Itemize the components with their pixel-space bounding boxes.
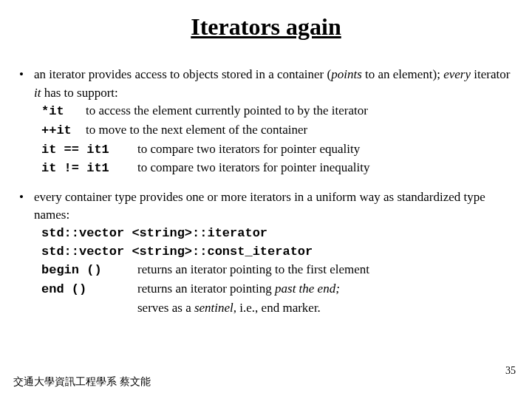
code-term: end () [41,281,137,299]
footer-text: 交通大學資訊工程學系 蔡文能 [13,375,151,389]
def-text: serves as a sentinel, i.e., end marker. [137,299,321,318]
text: points [331,67,362,81]
def-row: serves as a sentinel, i.e., end marker. [41,299,513,318]
bullet-item-1: an iterator provides access to objects s… [19,66,513,178]
text: has to support: [41,86,117,100]
def-row: it == it1 to compare two iterators for p… [41,140,513,160]
def-text: returns an iterator pointing to the firs… [137,261,369,279]
text: returns an iterator pointing [137,282,275,296]
text: past the end; [275,282,340,296]
text: an iterator provides access to objects s… [34,67,331,81]
def-text: to compare two iterators for pointer equ… [137,140,360,159]
def-row: begin () returns an iterator pointing to… [41,261,513,280]
bullet-list: an iterator provides access to objects s… [19,66,513,317]
text: iterator [471,67,510,81]
text: serves as a [137,301,194,315]
definition-rows: std::vector <string>::iterator std::vect… [41,225,513,317]
text: to an element); [362,67,443,81]
code-line: std::vector <string>::iterator [41,225,513,243]
def-row: ++it to move to the next element of the … [41,121,513,140]
def-row: it != it1 to compare two iterators for p… [41,159,513,178]
code-term: *it [41,103,86,121]
def-text: to compare two iterators for pointer ine… [137,159,369,177]
code-term: ++it [41,122,86,140]
code-term: begin () [41,262,137,280]
code-term: std::vector <string>::iterator [41,225,267,243]
definition-rows: *it to access the element currently poin… [41,102,513,178]
def-text: returns an iterator pointing past the en… [137,280,340,299]
bullet-item-2: every container type provides one or mor… [19,188,513,317]
code-term: it == it1 [41,141,137,160]
code-line: std::vector <string>::const_iterator [41,243,513,262]
code-term: it != it1 [41,160,137,178]
text: every [443,67,471,81]
def-text: to access the element currently pointed … [86,102,368,120]
page-title: Iterators again [19,13,513,41]
code-term: std::vector <string>::const_iterator [41,243,313,262]
text: i.e., end marker. [236,301,321,315]
def-text: to move to the next element of the conta… [86,121,307,140]
bullet2-intro: every container type provides one or mor… [34,188,513,225]
bullet1-intro: an iterator provides access to objects s… [34,66,513,102]
def-row: end () returns an iterator pointing past… [41,280,513,299]
text: sentinel, [194,301,236,315]
page-number: 35 [505,365,516,377]
def-row: *it to access the element currently poin… [41,102,513,121]
